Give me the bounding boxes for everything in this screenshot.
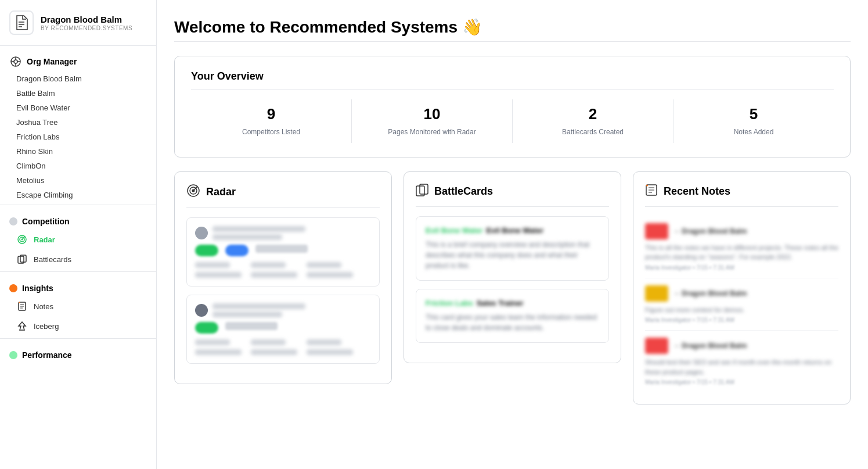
cards-row: Radar: [174, 171, 851, 405]
radar-item-avatar: [195, 304, 208, 317]
radar-item-url: [213, 312, 282, 317]
insights-dot-icon: [9, 284, 17, 292]
battlecards-card-title: BattleCards: [434, 185, 493, 198]
sidebar-item-dragon-blood-balm[interactable]: Dragon Blood Balm: [0, 71, 156, 86]
stat-battlecards-number: 2: [513, 105, 673, 123]
nav-item-radar[interactable]: Radar: [0, 230, 156, 249]
performance-header: Performance: [0, 341, 156, 363]
radar-icon: [16, 234, 28, 245]
sidebar-item-joshua-tree[interactable]: Joshua Tree: [0, 115, 156, 130]
battlecards-icon: [16, 253, 28, 265]
battlecards-label: Battlecards: [34, 255, 71, 264]
radar-list-item[interactable]: [186, 217, 380, 287]
stat-notes: 5 Notes Added: [673, 99, 834, 143]
org-manager-label: Org Manager: [27, 57, 77, 66]
page-divider: [174, 41, 851, 42]
radar-card-title: Radar: [206, 186, 236, 198]
sidebar: Dragon Blood Balm BY RECOMMENDED.SYSTEMS…: [0, 0, 157, 469]
recent-notes-card-header: Recent Notes: [645, 184, 838, 207]
stat-competitors-label: Competitors Listed: [191, 128, 351, 137]
battlecard-list-item[interactable]: Evil Bone Water Evil Bone Water This is …: [416, 216, 609, 281]
insights-label: Insights: [22, 284, 53, 293]
sidebar-logo[interactable]: Dragon Blood Balm BY RECOMMENDED.SYSTEMS: [0, 0, 156, 46]
radar-card-icon: [186, 184, 200, 201]
svg-marker-20: [19, 322, 26, 330]
overview-card: Your Overview 9 Competitors Listed 10 Pa…: [174, 56, 851, 157]
radar-badge-green: [195, 322, 218, 334]
brand-name: Dragon Blood Balm: [41, 15, 132, 25]
radar-item-title: [213, 226, 305, 232]
note-body: This is all the notes we have in differe…: [645, 243, 838, 262]
battlecard-description: This card gives your sales team the info…: [426, 312, 599, 333]
radar-stats-row: [195, 339, 371, 355]
note-meta: Maria Investigator • 7/15 • 7:31 AM: [645, 317, 838, 323]
recent-notes-title: Recent Notes: [664, 185, 730, 198]
note-thumbnail: [645, 223, 668, 239]
sidebar-item-friction-labs[interactable]: Friction Labs: [0, 130, 156, 144]
notes-label: Notes: [34, 302, 53, 311]
radar-badge-green: [195, 245, 218, 256]
battlecard-company-green: Evil Bone Water: [426, 226, 482, 235]
radar-item-title: [213, 303, 305, 309]
competition-header: Competition: [0, 207, 156, 230]
sidebar-item-battle-balm[interactable]: Battle Balm: [0, 86, 156, 101]
note-header: → Dragon Blood Balm: [645, 285, 838, 302]
nav-item-notes[interactable]: Notes: [0, 296, 156, 316]
battlecards-card-icon: [416, 184, 428, 199]
org-manager-header: Org Manager: [0, 46, 156, 71]
sidebar-item-evil-bone-water[interactable]: Evil Bone Water: [0, 101, 156, 115]
competition-dot-icon: [9, 217, 17, 225]
overview-title: Your Overview: [191, 70, 834, 90]
svg-point-19: [19, 302, 20, 303]
stat-pages: 10 Pages Monitored with Radar: [352, 99, 513, 143]
radar-card-header: Radar: [186, 184, 380, 208]
stat-competitors: 9 Competitors Listed: [191, 99, 352, 143]
sidebar-item-climbon[interactable]: ClimbOn: [0, 159, 156, 173]
battlecard-name: Sales Trainer: [477, 299, 524, 307]
note-body: Should test their SEO and see if month-o…: [645, 357, 838, 377]
radar-item-url: [213, 234, 282, 240]
battlecard-title-row: Friction Labs Sales Trainer: [426, 299, 599, 307]
note-company: → Dragon Blood Balm: [673, 227, 747, 235]
main-content: Welcome to Recommended Systems 👋 Your Ov…: [157, 0, 868, 469]
battlecards-card: BattleCards Evil Bone Water Evil Bone Wa…: [404, 171, 621, 363]
radar-list-item[interactable]: [186, 295, 380, 364]
note-header: → Dragon Blood Balm: [645, 338, 838, 354]
stat-notes-number: 5: [673, 105, 834, 123]
radar-item-avatar: [195, 227, 208, 239]
sidebar-item-escape-climbing[interactable]: Escape Climbing: [0, 188, 156, 202]
radar-card: Radar: [174, 171, 392, 384]
org-manager-icon: [9, 55, 22, 68]
overview-stats: 9 Competitors Listed 10 Pages Monitored …: [191, 99, 834, 143]
performance-dot-icon: [9, 351, 17, 359]
recent-notes-icon: [645, 184, 658, 199]
battlecard-description: This is a brief company overview and des…: [426, 239, 599, 271]
stat-pages-number: 10: [352, 105, 512, 123]
radar-date: [255, 245, 308, 253]
battlecard-name: Evil Bone Water: [486, 226, 543, 235]
radar-stats-row: [195, 262, 371, 278]
note-list-item[interactable]: → Dragon Blood Balm Should test their SE…: [645, 331, 838, 392]
sidebar-item-metolius[interactable]: Metolius: [0, 173, 156, 188]
nav-item-iceberg[interactable]: Iceberg: [0, 316, 156, 336]
stat-competitors-number: 9: [191, 105, 351, 123]
stat-battlecards: 2 Battlecards Created: [513, 99, 673, 143]
radar-date: [225, 322, 278, 330]
note-list-item[interactable]: → Dragon Blood Balm Figure out more cont…: [645, 278, 838, 331]
battlecard-list-item[interactable]: Friction Labs Sales Trainer This card gi…: [416, 289, 609, 343]
nav-item-battlecards[interactable]: Battlecards: [0, 249, 156, 269]
competition-label: Competition: [22, 217, 70, 226]
app-logo-icon: [9, 10, 34, 35]
radar-badge-blue: [225, 245, 248, 256]
recent-notes-card: Recent Notes → Dragon Blood Balm This is…: [633, 171, 851, 405]
note-company: → Dragon Blood Balm: [673, 342, 747, 350]
sidebar-item-rhino-skin[interactable]: Rhino Skin: [0, 144, 156, 159]
battlecard-company-green: Friction Labs: [426, 299, 473, 307]
performance-label: Performance: [22, 350, 72, 360]
stat-notes-label: Notes Added: [673, 128, 834, 137]
battlecards-card-header: BattleCards: [416, 184, 609, 207]
note-list-item[interactable]: → Dragon Blood Balm This is all the note…: [645, 216, 838, 278]
note-meta: Maria Investigator • 7/15 • 7:31 AM: [645, 379, 838, 385]
svg-point-31: [646, 184, 648, 186]
note-thumbnail: [645, 285, 668, 302]
